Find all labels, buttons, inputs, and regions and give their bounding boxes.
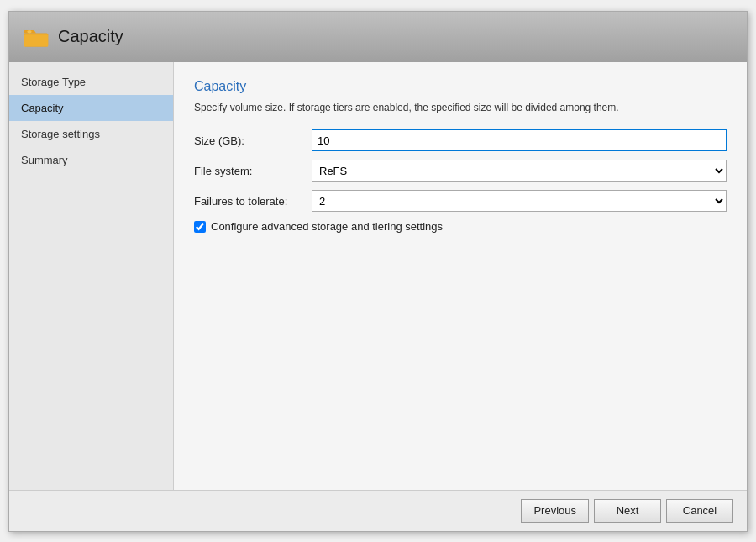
- sidebar-item-capacity[interactable]: Capacity: [9, 95, 173, 121]
- advanced-storage-label: Configure advanced storage and tiering s…: [211, 220, 443, 233]
- dialog-window: Capacity Storage Type Capacity Storage s…: [8, 11, 748, 532]
- svg-point-2: [27, 30, 31, 34]
- filesystem-select[interactable]: ReFS NTFS: [312, 160, 727, 182]
- size-label: Size (GB):: [194, 134, 312, 147]
- cancel-button[interactable]: Cancel: [666, 499, 733, 523]
- advanced-storage-checkbox-row: Configure advanced storage and tiering s…: [194, 220, 727, 233]
- dialog-title: Capacity: [58, 27, 123, 46]
- folder-icon: [23, 25, 50, 49]
- failures-select[interactable]: 2 1 0: [312, 190, 727, 212]
- svg-rect-1: [24, 34, 48, 46]
- previous-button[interactable]: Previous: [521, 499, 589, 523]
- content-description: Specify volume size. If storage tiers ar…: [194, 101, 727, 115]
- filesystem-label: File system:: [194, 165, 312, 177]
- advanced-storage-checkbox[interactable]: [194, 221, 206, 233]
- size-row: Size (GB):: [194, 129, 727, 151]
- footer: Previous Next Cancel: [9, 490, 747, 531]
- sidebar-item-storage-settings[interactable]: Storage settings: [9, 121, 173, 147]
- next-button[interactable]: Next: [594, 499, 661, 523]
- size-input[interactable]: [312, 129, 727, 151]
- sidebar: Storage Type Capacity Storage settings S…: [9, 62, 174, 490]
- filesystem-row: File system: ReFS NTFS: [194, 160, 727, 182]
- sidebar-item-summary[interactable]: Summary: [9, 147, 173, 173]
- main-area: Storage Type Capacity Storage settings S…: [9, 62, 747, 490]
- failures-label: Failures to tolerate:: [194, 195, 312, 208]
- failures-row: Failures to tolerate: 2 1 0: [194, 190, 727, 212]
- content-title: Capacity: [194, 79, 727, 94]
- title-bar: Capacity: [9, 12, 747, 62]
- sidebar-item-storage-type[interactable]: Storage Type: [9, 69, 173, 95]
- content-panel: Capacity Specify volume size. If storage…: [174, 62, 747, 490]
